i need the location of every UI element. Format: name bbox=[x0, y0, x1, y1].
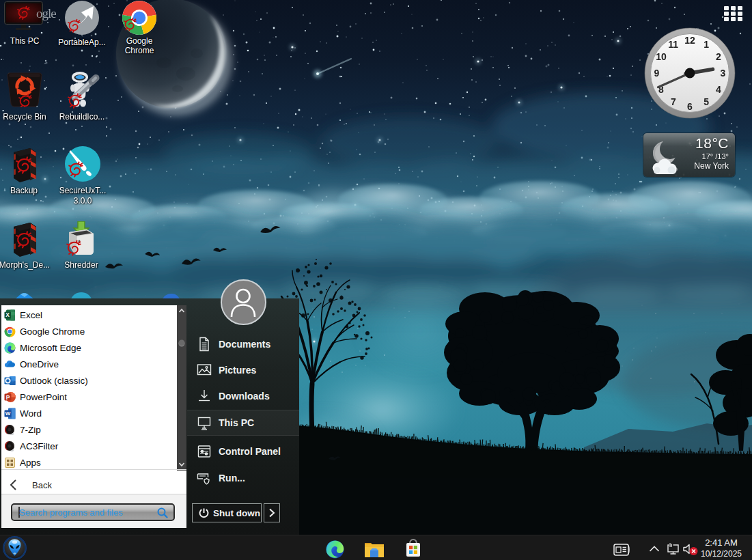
svg-text:7: 7 bbox=[671, 96, 676, 107]
svg-text:4: 4 bbox=[716, 84, 721, 95]
svg-text:W: W bbox=[5, 410, 11, 417]
svg-text:5: 5 bbox=[704, 96, 709, 107]
svg-text:X: X bbox=[5, 311, 10, 318]
svg-text:1: 1 bbox=[704, 39, 709, 50]
svg-text:2: 2 bbox=[716, 51, 721, 62]
svg-text:3: 3 bbox=[721, 68, 726, 79]
svg-text:10: 10 bbox=[656, 51, 667, 62]
svg-text:11: 11 bbox=[668, 39, 678, 50]
svg-text:6: 6 bbox=[687, 101, 693, 112]
svg-text:12: 12 bbox=[684, 35, 695, 46]
svg-text:P: P bbox=[6, 394, 10, 401]
svg-text:9: 9 bbox=[654, 68, 660, 79]
